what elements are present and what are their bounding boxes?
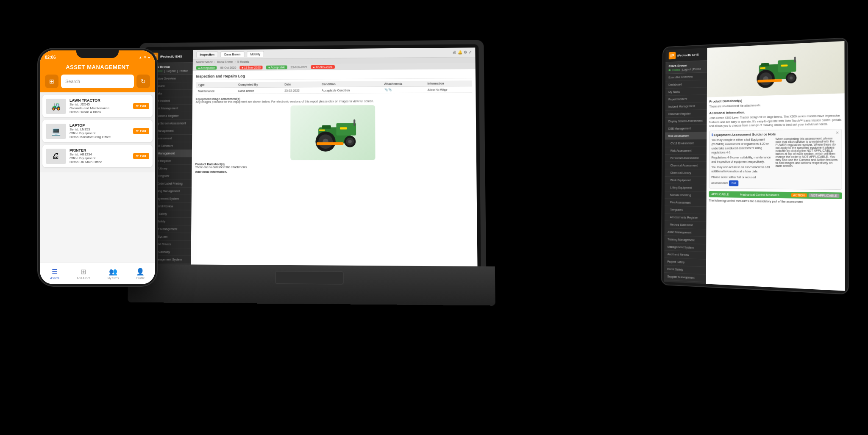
applicable-section: Mechanical Control Measures (740, 193, 779, 197)
tab-mobility[interactable]: Mobility (247, 51, 264, 57)
phone-app-title: ASSET MANAGEMENT (66, 64, 129, 70)
tablet-nav-templates[interactable]: Templates (665, 206, 707, 214)
tablet-additional-section: Additional Information. John Deere X300 … (709, 108, 842, 128)
logout-link[interactable]: Logout (167, 69, 175, 72)
tablet-nav-dse[interactable]: Display Screen Assessment (665, 117, 707, 125)
tablet-profile[interactable]: |Profile (693, 67, 701, 71)
row-attachments: 📎📎 (382, 86, 426, 93)
laptop-screen: iP iProtectU EHS Clara Brown Online | Lo… (145, 47, 478, 266)
asset-serial: Serial: JD545 (70, 103, 130, 106)
assets-icon: ☰ (52, 268, 58, 276)
tablet-sidebar-logo: iP iProtectU EHS (665, 48, 707, 62)
asset-name: PRINTER (70, 148, 130, 152)
tablet-device: iP iProtectU EHS Clara Brown Online |Log… (662, 38, 848, 294)
asset-dept: Office Equipment (70, 131, 130, 135)
badge-date3: 23-Feb-2021 (291, 66, 308, 69)
bell-icon[interactable]: 🔔 (458, 50, 462, 55)
asset-image: 💻 (46, 124, 66, 139)
asset-list: 🚜 LAWN TRACTOR Serial: JD545 Grounds and… (40, 92, 155, 172)
nav-profile-label: Profile (136, 277, 145, 280)
laptop-base (128, 264, 495, 306)
not-applicable-button[interactable]: NOT APPLICABLE (809, 194, 840, 198)
main-body: Inspection and Repairs Log Type Complete… (191, 69, 477, 266)
full-assessment-button[interactable]: Full (729, 180, 739, 186)
tablet-nav-fire[interactable]: Fire Assessment (665, 199, 707, 207)
asset-image: 🚜 (46, 99, 66, 114)
datasheet-title: Product Datasheet(s) (195, 163, 224, 166)
svg-rect-24 (781, 64, 787, 66)
phone-screen: 02:06 ▲ ▼ ● ASSET MANAGEMENT ⊞ Search ↻ (40, 50, 155, 284)
applicable-label: APPLICABLE (711, 193, 729, 196)
tablet-nav-chemical-assess[interactable]: Chemical Assessment (665, 162, 707, 169)
nav-add-asset[interactable]: ⊞ Add Asset (77, 268, 90, 280)
phone-notch (76, 49, 119, 58)
edit-button[interactable]: ✏ Edit (133, 153, 149, 159)
profile-link[interactable]: Profile (180, 69, 188, 72)
nav-profile[interactable]: 👤 Profile (136, 268, 145, 280)
expand-icon[interactable]: ⤢ (468, 50, 472, 54)
asset-image: 🖨 (46, 149, 66, 164)
tablet-nav-lifting[interactable]: Lifting Equipment (665, 184, 707, 192)
row-date: 23-02-2022 (282, 87, 320, 94)
laptop-trackpad (275, 271, 343, 285)
tablet-nav-personnel[interactable]: Personnel Assessment (665, 155, 707, 162)
close-icon[interactable]: ✕ (836, 130, 840, 135)
nav-assets[interactable]: ☰ Assets (50, 268, 59, 280)
badge-acceptable1: ● Acceptable (196, 66, 217, 70)
tablet-nav-incident[interactable]: Incident Management (665, 102, 707, 111)
tablet-assessment-text1: You may complete either a full Equipment… (712, 138, 772, 155)
col-attachments: Attachments (382, 81, 425, 87)
edit-button[interactable]: ✏ Edit (133, 103, 149, 109)
tablet-app-ui: iP iProtectU EHS Clara Brown Online |Log… (664, 41, 845, 291)
svg-rect-15 (761, 63, 769, 67)
tab-dana-brown[interactable]: Dana Brown (220, 51, 244, 57)
tablet-additional-text: John Deere X300 Lawn Tractor designed fo… (709, 114, 842, 128)
asset-location: Demo Dublin A Block (70, 110, 130, 114)
images-section-note: Any images provided for this equipment a… (196, 100, 374, 103)
tablet-nav-dse-mgmt[interactable]: DSE Management (665, 125, 707, 133)
search-input[interactable]: Search (61, 75, 134, 88)
settings-icon[interactable]: ⚙ (464, 50, 467, 54)
laptop-main-content: Inspection Dana Brown Mobility 🖨 🔔 ⚙ ⤢ (191, 47, 477, 266)
tractor-svg (297, 109, 369, 156)
tablet-nav-supplier[interactable]: Supplier Management (664, 273, 706, 282)
print-icon[interactable]: 🖨 (453, 50, 456, 55)
asset-dept: Office Equipment (70, 156, 130, 160)
attachment-link[interactable]: 📎📎 (384, 88, 392, 91)
phone-time: 02:06 (45, 55, 56, 60)
nav-assets-label: Assets (50, 277, 59, 280)
list-item: 🚜 LAWN TRACTOR Serial: JD545 Grounds and… (42, 95, 153, 117)
wifi-icon: ▼ (143, 55, 147, 59)
nav-my-sites[interactable]: 👥 My Sites (107, 268, 119, 280)
col-condition: Condition (320, 81, 382, 87)
add-asset-icon: ⊞ (81, 268, 86, 276)
scene: 02:06 ▲ ▼ ● ASSET MANAGEMENT ⊞ Search ↻ (0, 0, 868, 435)
breadcrumb-maintenance: Maintenance (196, 61, 213, 64)
action-button[interactable]: ACTION (791, 193, 807, 197)
asset-serial: Serial: AB1234 (70, 152, 130, 156)
tractor-image-box (290, 105, 375, 160)
tablet-nav-manual[interactable]: Manual Handling (665, 191, 707, 199)
tablet-logout[interactable]: |Logout (682, 68, 691, 71)
app-logo-text: iProtectU EHS (160, 54, 182, 58)
asset-info: PRINTER Serial: AB1234 Office Equipment … (70, 148, 130, 164)
tab-inspection[interactable]: Inspection (196, 51, 218, 57)
svg-rect-11 (340, 127, 347, 129)
tablet-nav-work-equip[interactable]: Work Equipment (665, 177, 707, 184)
images-section: Equipment Image Attachment(s) Any images… (196, 96, 473, 103)
laptop-device: iP iProtectU EHS Clara Brown Online | Lo… (136, 40, 487, 305)
tablet-logo-text: iProtectU EHS (677, 53, 699, 57)
tablet-nav-cv19[interactable]: CV19 Environment (665, 139, 707, 147)
tablet-user-status: Online |Logout |Profile (669, 67, 704, 72)
edit-button[interactable]: ✏ Edit (133, 128, 149, 134)
list-item: 🖨 PRINTER Serial: AB1234 Office Equipmen… (42, 145, 153, 167)
grid-icon[interactable]: ⊞ (45, 75, 58, 88)
status-sep2: | (177, 69, 178, 72)
refresh-icon[interactable]: ↻ (136, 75, 150, 88)
tablet-nav-risk[interactable]: Risk Assessment (665, 132, 707, 140)
tablet-nav-observer[interactable]: Observer Register (665, 110, 707, 118)
datasheet-text: There are no datasheet file attachments. (195, 166, 248, 169)
tablet-nav-chemical-lib[interactable]: Chemical Library (665, 169, 707, 177)
asset-dept: Grounds and Maintenance (70, 106, 130, 110)
tablet-nav-risk-assess[interactable]: Risk Assessment (665, 147, 707, 155)
